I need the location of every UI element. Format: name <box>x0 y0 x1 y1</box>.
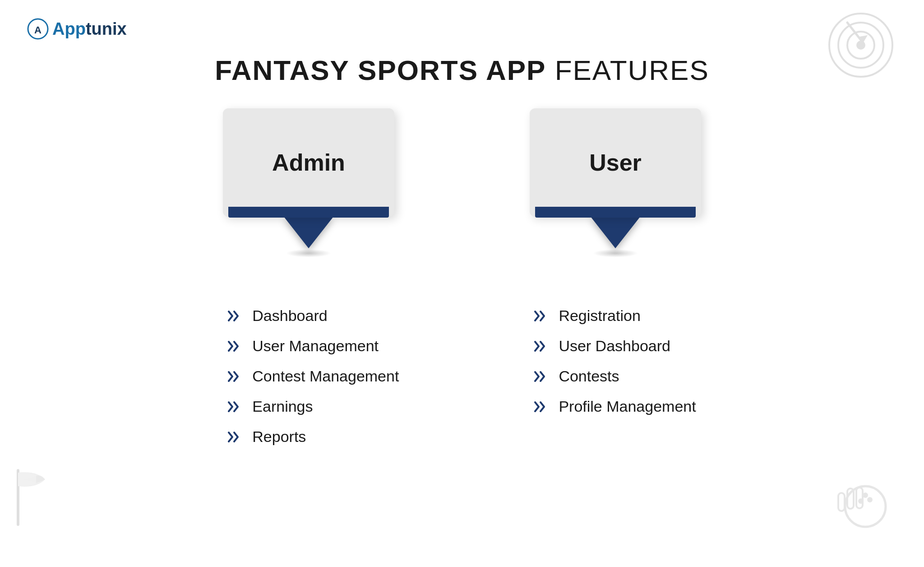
feature-label: Registration <box>559 307 640 325</box>
feature-label: User Dashboard <box>559 337 670 355</box>
admin-card-wrapper: Admin <box>223 108 394 257</box>
admin-card-shadow <box>286 249 331 257</box>
admin-feature-item: Reports <box>228 428 399 446</box>
admin-feature-list: Dashboard User Management Contest Manage… <box>228 307 399 446</box>
logo: A Apptunix <box>27 18 127 40</box>
feature-label: Contest Management <box>252 367 399 385</box>
feature-label: User Management <box>252 337 379 355</box>
chevron-icon <box>228 431 244 443</box>
chevron-icon <box>534 310 550 322</box>
chevron-icon <box>228 400 244 413</box>
features-container: Dashboard User Management Contest Manage… <box>0 307 924 446</box>
user-card-wrapper: User <box>530 108 701 257</box>
admin-card-arrow <box>284 217 333 248</box>
chevron-icon <box>228 370 244 383</box>
user-card-label: User <box>589 149 642 176</box>
chevron-icon <box>534 370 550 383</box>
user-feature-item: Profile Management <box>534 398 696 415</box>
user-feature-item: Contests <box>534 367 696 385</box>
svg-point-9 <box>845 486 886 527</box>
logo-text: Apptunix <box>52 19 127 39</box>
admin-feature-item: Contest Management <box>228 367 399 385</box>
cards-container: Admin User <box>0 108 924 257</box>
svg-point-11 <box>867 497 873 502</box>
user-feature-item: Registration <box>534 307 696 325</box>
chevron-icon <box>228 310 244 322</box>
admin-feature-item: User Management <box>228 337 399 355</box>
feature-label: Earnings <box>252 398 313 415</box>
admin-feature-item: Earnings <box>228 398 399 415</box>
chevron-icon <box>534 400 550 413</box>
page-title: FANTASY SPORTS APP FEATURES <box>0 54 924 86</box>
admin-card-label: Admin <box>272 149 345 176</box>
user-feature-list: Registration User Dashboard Contests <box>534 307 696 446</box>
feature-label: Contests <box>559 367 619 385</box>
svg-point-5 <box>856 41 865 50</box>
feature-label: Reports <box>252 428 306 446</box>
feature-label: Dashboard <box>252 307 327 325</box>
admin-card: Admin <box>223 108 394 217</box>
logo-icon: A <box>27 18 49 40</box>
chevron-icon <box>534 340 550 353</box>
svg-rect-15 <box>856 488 863 508</box>
user-feature-item: User Dashboard <box>534 337 696 355</box>
user-card-arrow <box>591 217 640 248</box>
feature-label: Profile Management <box>559 398 696 415</box>
bowling-decoration-icon <box>825 466 897 540</box>
svg-rect-13 <box>838 493 845 511</box>
user-card-shadow <box>593 249 638 257</box>
chevron-icon <box>228 340 244 353</box>
admin-feature-item: Dashboard <box>228 307 399 325</box>
flag-decoration-icon <box>9 466 72 531</box>
svg-text:A: A <box>34 24 42 36</box>
user-card: User <box>530 108 701 217</box>
